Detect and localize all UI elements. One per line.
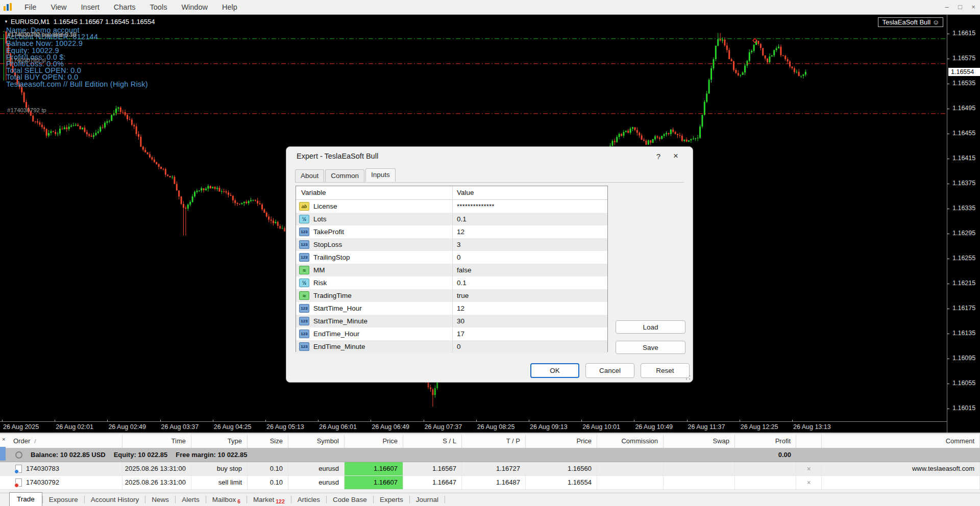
- param-value[interactable]: 0: [452, 340, 607, 353]
- tab-mailbox[interactable]: Mailbox6: [206, 494, 247, 506]
- param-row[interactable]: 123StopLoss3: [296, 238, 607, 251]
- param-row[interactable]: 123TrailingStop0: [296, 251, 607, 264]
- column-header-delete[interactable]: [796, 435, 822, 448]
- price-tick: [947, 409, 949, 409]
- param-row[interactable]: ≈TradingTimetrue: [296, 289, 607, 302]
- tab-alerts[interactable]: Alerts: [176, 494, 206, 506]
- tab-about[interactable]: About: [295, 169, 324, 182]
- param-name: MM: [313, 266, 325, 274]
- balance-row[interactable]: Balance: 10 022.85 USDEquity: 10 022.85F…: [0, 448, 980, 462]
- price-axis-label: 1.16495: [952, 105, 975, 112]
- tab-news[interactable]: News: [145, 494, 175, 506]
- order-id-cell: 174030783: [0, 462, 122, 475]
- reset-button[interactable]: Reset: [641, 363, 690, 378]
- chevron-down-icon[interactable]: ▼: [4, 19, 8, 24]
- price-tick: [947, 159, 949, 159]
- tab-articles[interactable]: Articles: [291, 494, 326, 506]
- param-row[interactable]: 123StartTime_Hour12: [296, 302, 607, 315]
- column-header-variable[interactable]: Variable: [296, 186, 452, 199]
- load-button[interactable]: Load: [616, 320, 685, 334]
- param-row[interactable]: abLicense**************: [296, 200, 607, 213]
- param-value[interactable]: 0.1: [452, 276, 607, 289]
- param-value[interactable]: true: [452, 289, 607, 302]
- save-button[interactable]: Save: [616, 341, 685, 354]
- param-row[interactable]: 123EndTime_Hour17: [296, 327, 607, 340]
- tab-common[interactable]: Common: [325, 169, 364, 182]
- ok-button[interactable]: OK: [530, 363, 579, 378]
- column-header-price[interactable]: Price: [526, 435, 597, 448]
- tab-trade[interactable]: Trade: [9, 492, 42, 506]
- column-header-value[interactable]: Value: [452, 186, 607, 199]
- dialog-close-button[interactable]: ×: [667, 151, 684, 161]
- param-value[interactable]: 30: [452, 315, 607, 327]
- terminal-close-button[interactable]: ×: [2, 436, 5, 442]
- expert-dialog[interactable]: Expert - TeslaEaSoft Bull ? × AboutCommo…: [286, 146, 693, 383]
- column-header-comment[interactable]: Comment: [822, 435, 980, 448]
- menu-file[interactable]: File: [17, 3, 43, 11]
- minimize-button[interactable]: –: [940, 0, 953, 14]
- tab-label: Trade: [17, 495, 35, 503]
- param-value[interactable]: 12: [452, 225, 607, 238]
- param-row[interactable]: ½Lots0.1: [296, 213, 607, 225]
- column-header-profit[interactable]: Profit: [735, 435, 796, 448]
- param-value[interactable]: 0.1: [452, 213, 607, 225]
- column-header-symbol[interactable]: Symbol: [288, 435, 345, 448]
- tab-experts[interactable]: Experts: [374, 494, 409, 506]
- param-row[interactable]: ≈MMfalse: [296, 264, 607, 276]
- ea-status-label: TeslaEaSoft Bull ☺: [878, 17, 943, 27]
- order-sl: 1.16647: [403, 476, 462, 489]
- tab-market[interactable]: Market122: [247, 494, 291, 506]
- column-header-s-l[interactable]: S / L: [403, 435, 462, 448]
- param-row[interactable]: 123TakeProfit12: [296, 225, 607, 238]
- close-button[interactable]: ×: [967, 0, 980, 14]
- tab-code-base[interactable]: Code Base: [327, 494, 373, 506]
- time-axis-label: 26 Aug 06:01: [319, 423, 357, 431]
- param-row[interactable]: 123StartTime_Minute30: [296, 315, 607, 327]
- param-row[interactable]: 123EndTime_Minute0: [296, 340, 607, 353]
- param-type-icon-n123: 123: [299, 342, 309, 351]
- order-row[interactable]: 1740307922025.08.26 13:31:00sell limit0.…: [0, 476, 980, 490]
- menu-window[interactable]: Window: [174, 3, 215, 11]
- column-header-t-p[interactable]: T / P: [462, 435, 526, 448]
- tab-account-history[interactable]: Account History: [85, 494, 145, 506]
- param-value[interactable]: 3: [452, 238, 607, 251]
- order-symbol: eurusd: [288, 462, 345, 475]
- inputs-table: Variable Value abLicense**************½L…: [296, 186, 608, 352]
- order-row[interactable]: 1740307832025.08.26 13:31:00buy stop0.10…: [0, 462, 980, 476]
- param-value[interactable]: 12: [452, 302, 607, 315]
- order-tp: 1.16727: [462, 462, 526, 475]
- window-controls: – □ ×: [940, 0, 980, 14]
- tab-inputs[interactable]: Inputs: [365, 168, 396, 182]
- menu-help[interactable]: Help: [215, 3, 244, 11]
- delete-order-button[interactable]: ×: [796, 476, 822, 489]
- column-header-type[interactable]: Type: [191, 435, 248, 448]
- column-header-swap[interactable]: Swap: [664, 435, 735, 448]
- chart-symbol-period: EURUSD,M1: [11, 18, 50, 26]
- param-value[interactable]: **************: [452, 200, 607, 213]
- column-header-commission[interactable]: Commission: [597, 435, 664, 448]
- order-id: 174030783: [26, 462, 59, 475]
- balance-profit: 0.00: [735, 448, 796, 462]
- menu-insert[interactable]: Insert: [74, 3, 107, 11]
- resize-grip[interactable]: [685, 375, 691, 380]
- delete-order-button[interactable]: ×: [796, 462, 822, 475]
- restore-button[interactable]: □: [953, 0, 967, 14]
- column-header-order[interactable]: Order/: [0, 435, 122, 448]
- cancel-button[interactable]: Cancel: [585, 363, 634, 378]
- menu-tools[interactable]: Tools: [143, 3, 175, 11]
- menu-view[interactable]: View: [43, 3, 74, 11]
- column-header-time[interactable]: Time: [122, 435, 191, 448]
- dialog-title-bar[interactable]: Expert - TeslaEaSoft Bull ? ×: [286, 147, 693, 165]
- param-value[interactable]: 0: [452, 251, 607, 264]
- param-value[interactable]: false: [452, 264, 607, 276]
- tab-exposure[interactable]: Exposure: [43, 494, 84, 506]
- tab-journal[interactable]: Journal: [410, 494, 445, 506]
- time-axis-label: 26 Aug 05:13: [266, 423, 304, 431]
- column-header-size[interactable]: Size: [248, 435, 288, 448]
- dialog-help-button[interactable]: ?: [650, 152, 667, 161]
- param-row[interactable]: ½Risk0.1: [296, 276, 607, 289]
- order-current-price: 1.16554: [526, 476, 597, 489]
- param-value[interactable]: 17: [452, 327, 607, 340]
- column-header-price[interactable]: Price: [345, 435, 403, 448]
- menu-charts[interactable]: Charts: [107, 3, 143, 11]
